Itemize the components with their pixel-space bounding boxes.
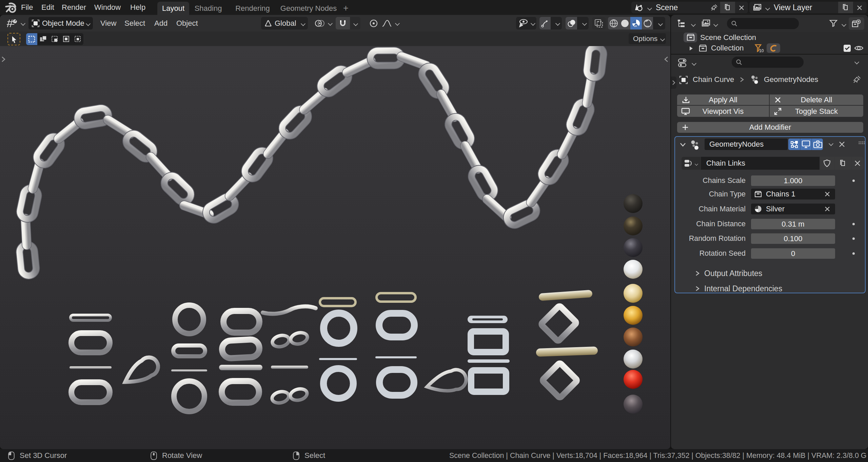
svg-text:10: 10 <box>759 48 764 53</box>
